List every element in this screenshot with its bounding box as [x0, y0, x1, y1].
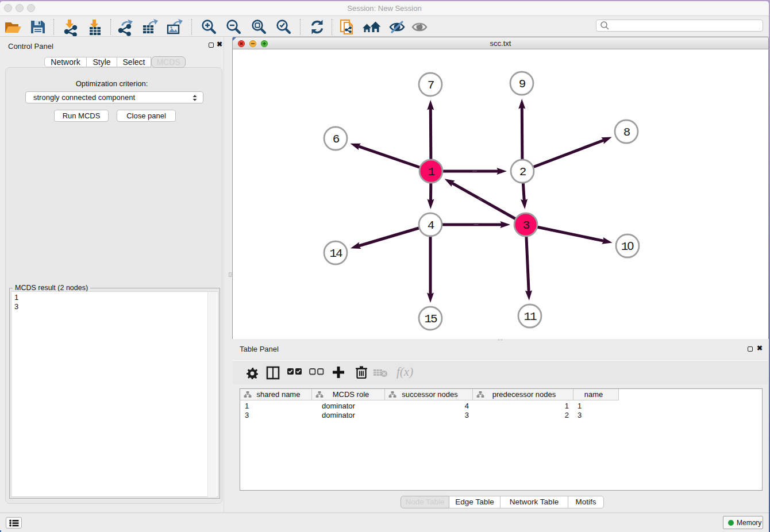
svg-text:14: 14: [329, 247, 342, 260]
svg-text:9: 9: [519, 78, 526, 91]
svg-text:1: 1: [428, 165, 435, 179]
svg-text:15: 15: [424, 313, 437, 326]
svg-text:4: 4: [428, 219, 434, 232]
svg-text:6: 6: [333, 133, 340, 146]
svg-text:11: 11: [523, 310, 537, 323]
svg-text:8: 8: [623, 126, 630, 139]
svg-text:7: 7: [428, 79, 434, 92]
svg-text:3: 3: [523, 219, 530, 232]
svg-text:10: 10: [621, 239, 634, 253]
svg-text:2: 2: [519, 165, 526, 179]
